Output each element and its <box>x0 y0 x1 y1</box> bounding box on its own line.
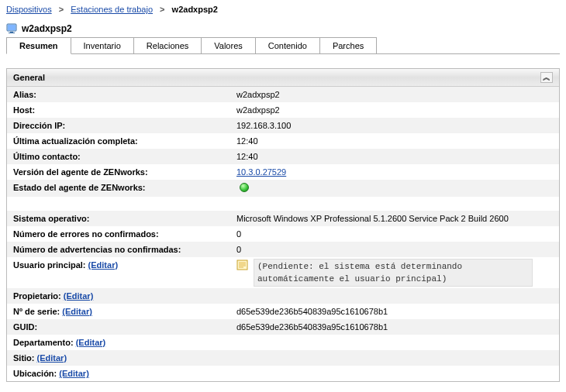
page-title-row: w2adxpsp2 <box>0 19 566 37</box>
general-panel: General ︽ Alias: w2adxpsp2 Host: w2adxps… <box>6 68 560 382</box>
svg-rect-2 <box>10 32 13 33</box>
label-department-text: Departamento: <box>13 338 74 347</box>
tab-resumen[interactable]: Resumen <box>6 37 71 54</box>
label-serial: Nº de serie: (Editar) <box>13 305 236 318</box>
label-agent-status: Estado del agente de ZENworks: <box>13 181 236 194</box>
edit-location[interactable]: (Editar) <box>59 369 89 378</box>
svg-rect-3 <box>9 33 15 33</box>
value-last-full-update: 12:40 <box>236 135 553 147</box>
tab-valores[interactable]: Valores <box>201 37 255 53</box>
document-icon <box>236 260 249 270</box>
label-ip: Dirección IP: <box>13 119 236 132</box>
tab-contenido[interactable]: Contenido <box>255 37 320 53</box>
chevron-right-icon: > <box>54 5 68 14</box>
row-last-full-update: Última actualización completa: 12:40 <box>7 133 559 149</box>
tab-inventario[interactable]: Inventario <box>71 37 134 53</box>
value-host: w2adxpsp2 <box>236 104 553 116</box>
label-site-text: Sitio: <box>13 353 35 363</box>
label-location: Ubicación: (Editar) <box>13 367 236 380</box>
value-serial: d65e539de236b540839a95c1610678b1 <box>236 305 553 318</box>
row-host: Host: w2adxpsp2 <box>7 102 559 118</box>
status-ok-icon <box>240 183 249 192</box>
tab-parches[interactable]: Parches <box>319 37 377 53</box>
page-title: w2adxpsp2 <box>22 23 72 34</box>
row-agent-status: Estado del agente de ZENworks: <box>7 180 559 197</box>
chevron-right-icon: > <box>155 5 169 14</box>
value-guid: d65e539de236b540839a95c1610678b1 <box>236 321 553 333</box>
edit-department[interactable]: (Editar) <box>76 338 106 347</box>
panel-title: General <box>13 73 45 82</box>
label-site: Sitio: (Editar) <box>13 352 236 364</box>
label-department: Departamento: (Editar) <box>13 336 236 349</box>
svg-rect-4 <box>237 260 247 270</box>
breadcrumb-level2[interactable]: Estaciones de trabajo <box>71 5 153 14</box>
pending-primary-user: (Pendiente: el sistema está determinando… <box>254 259 533 287</box>
edit-owner[interactable]: (Editar) <box>64 291 94 301</box>
spacer <box>7 197 559 211</box>
value-unack-errors: 0 <box>236 228 553 240</box>
label-alias: Alias: <box>13 88 236 101</box>
label-owner: Propietario: (Editar) <box>13 290 236 302</box>
row-ip: Dirección IP: 192.168.3.100 <box>7 118 559 133</box>
label-location-text: Ubicación: <box>13 369 57 378</box>
label-agent-version: Versión del agente de ZENworks: <box>13 166 236 178</box>
row-alias: Alias: w2adxpsp2 <box>7 87 559 102</box>
label-unack-warnings: Número de advertencias no confirmadas: <box>13 243 236 256</box>
breadcrumb-current: w2adxpsp2 <box>172 5 218 14</box>
label-unack-errors: Número de errores no confirmados: <box>13 228 236 240</box>
value-last-contact: 12:40 <box>236 150 553 163</box>
row-agent-version: Versión del agente de ZENworks: 10.3.0.2… <box>7 164 559 180</box>
svg-rect-1 <box>8 25 16 30</box>
row-last-contact: Último contacto: 12:40 <box>7 149 559 164</box>
link-agent-version[interactable]: 10.3.0.27529 <box>236 167 286 177</box>
row-os: Sistema operativo: Microsoft Windows XP … <box>7 211 559 226</box>
row-department: Departamento: (Editar) <box>7 335 559 350</box>
label-serial-text: Nº de serie: <box>13 307 60 316</box>
breadcrumb: Dispositivos > Estaciones de trabajo > w… <box>0 0 566 19</box>
label-host: Host: <box>13 104 236 116</box>
tab-relaciones[interactable]: Relaciones <box>133 37 202 53</box>
label-owner-text: Propietario: <box>13 291 61 301</box>
panel-body: Alias: w2adxpsp2 Host: w2adxpsp2 Direcci… <box>7 87 559 381</box>
label-primary-user-text: Usuario principal: <box>13 260 86 270</box>
value-os: Microsoft Windows XP Professional 5.1.26… <box>236 212 553 225</box>
panel-header: General ︽ <box>7 69 559 87</box>
row-unack-warnings: Número de advertencias no confirmadas: 0 <box>7 242 559 257</box>
label-guid: GUID: <box>13 321 236 333</box>
value-ip: 192.168.3.100 <box>236 119 553 132</box>
label-last-full-update: Última actualización completa: <box>13 135 236 147</box>
row-owner: Propietario: (Editar) <box>7 288 559 304</box>
edit-site[interactable]: (Editar) <box>37 353 67 363</box>
edit-primary-user[interactable]: (Editar) <box>88 260 119 270</box>
workstation-icon <box>6 23 17 34</box>
row-guid: GUID: d65e539de236b540839a95c1610678b1 <box>7 319 559 335</box>
value-alias: w2adxpsp2 <box>236 88 553 101</box>
label-primary-user: Usuario principal: (Editar) <box>13 259 236 271</box>
tabs: Resumen Inventario Relaciones Valores Co… <box>6 37 560 54</box>
row-serial: Nº de serie: (Editar) d65e539de236b54083… <box>7 304 559 319</box>
breadcrumb-level1[interactable]: Dispositivos <box>6 5 52 14</box>
collapse-icon[interactable]: ︽ <box>540 72 553 83</box>
label-os: Sistema operativo: <box>13 212 236 225</box>
row-primary-user: Usuario principal: (Editar) (Pendiente: … <box>7 257 559 288</box>
row-location: Ubicación: (Editar) <box>7 366 559 381</box>
value-unack-warnings: 0 <box>236 243 553 256</box>
edit-serial[interactable]: (Editar) <box>62 307 92 316</box>
label-last-contact: Último contacto: <box>13 150 236 163</box>
row-site: Sitio: (Editar) <box>7 350 559 366</box>
row-unack-errors: Número de errores no confirmados: 0 <box>7 226 559 242</box>
